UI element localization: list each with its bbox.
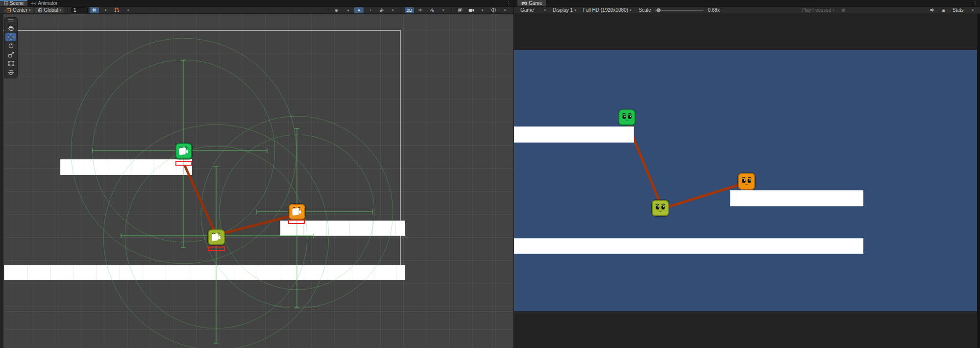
- tab-game[interactable]: Game: [517, 0, 546, 6]
- draw-mode-wireframe-button[interactable]: ◑: [343, 7, 352, 13]
- snap-toggle-caret[interactable]: ▾: [123, 7, 133, 13]
- tools-overlay[interactable]: [4, 17, 18, 78]
- effects-toggle-button[interactable]: [427, 7, 437, 13]
- tool-rotate[interactable]: [5, 42, 16, 50]
- joint-anchor-gizmo: [175, 161, 192, 166]
- rect-tool-icon: [8, 60, 14, 67]
- character-olive: [652, 200, 669, 216]
- caret-icon: ▾: [482, 8, 484, 12]
- scene-toolbar: Center ▾ Global ▾ 1 ▾ ▾ ⊕ ◑ ● ◔: [0, 7, 514, 14]
- 2d-mode-button[interactable]: 2D: [405, 7, 414, 13]
- gizmos-dropdown[interactable]: ▾: [968, 7, 976, 13]
- hidden-objects-button[interactable]: [455, 7, 465, 13]
- audio-mute-button[interactable]: [416, 7, 425, 13]
- scene-camera-button[interactable]: [466, 7, 476, 13]
- draw-mode-unlit-button[interactable]: ◔: [366, 7, 375, 13]
- tool-handle-rotation-dropdown[interactable]: Global ▾: [35, 7, 64, 13]
- separator: [401, 8, 401, 13]
- camera-frame-gizmo: [3, 14, 514, 348]
- grid-snap-size-input[interactable]: 1: [71, 7, 88, 13]
- tab-scene[interactable]: Scene: [0, 0, 27, 6]
- gizmos-settings-caret[interactable]: ▾: [500, 7, 510, 13]
- scale-slider[interactable]: [655, 10, 704, 11]
- scale-slider-handle[interactable]: [657, 8, 661, 12]
- camera-gizmo-icon: [290, 205, 304, 219]
- caret-icon: ▾: [392, 8, 394, 12]
- globe-icon: [38, 8, 43, 13]
- tab-animator-label: Animator: [38, 0, 57, 6]
- scale-icon: [8, 51, 14, 58]
- speaker-icon: [930, 8, 935, 12]
- game-audio-button[interactable]: [928, 7, 937, 13]
- tool-view-hand[interactable]: [5, 24, 16, 32]
- star-burst-icon: [379, 8, 384, 13]
- rotate-icon: [8, 43, 14, 49]
- tool-move[interactable]: [5, 33, 16, 41]
- tool-transform[interactable]: [5, 68, 16, 76]
- game-mode-dropdown[interactable]: Game ▾: [518, 7, 548, 13]
- tool-rect[interactable]: [5, 59, 16, 68]
- shaded-wireframe-mode-icon: ●: [358, 8, 360, 13]
- effects-caret[interactable]: ▾: [439, 7, 448, 13]
- overlay-drag-handle[interactable]: [8, 19, 14, 22]
- scene-panel-menu-icon[interactable]: ⋮: [506, 0, 511, 6]
- character-orange[interactable]: [289, 204, 305, 220]
- platform: [514, 126, 634, 143]
- stats-button[interactable]: Stats: [950, 7, 966, 13]
- caret-icon: ▾: [833, 8, 834, 12]
- tool-handle-position-dropdown[interactable]: Center ▾: [4, 7, 33, 13]
- tab-scene-label: Scene: [10, 0, 24, 6]
- caret-icon: ▾: [504, 8, 506, 12]
- lighting-toggle-button[interactable]: [377, 7, 386, 13]
- gizmo-sphere-icon: [491, 7, 496, 13]
- character-olive[interactable]: [208, 229, 225, 245]
- platform[interactable]: [60, 159, 192, 175]
- lighting-caret[interactable]: ▾: [388, 7, 397, 13]
- scene-viewport[interactable]: [0, 14, 514, 348]
- game-panel: Game ⋮ Game ▾ Display 1 ▾ Full HD (1920x…: [514, 0, 980, 348]
- game-tabstrip: Game ⋮: [514, 0, 980, 7]
- scene-grid-canvas[interactable]: [3, 14, 514, 348]
- caret-icon: ▾: [59, 8, 61, 12]
- wireframe-mode-icon: ◑: [346, 8, 349, 13]
- major-gridline: [492, 14, 493, 348]
- eye-slash-icon: [457, 8, 463, 12]
- caret-icon: ▾: [127, 8, 129, 12]
- major-gridline: [35, 14, 35, 348]
- character-face: [619, 110, 635, 124]
- unity-editor-window: Scene Animator ⋮ Center ▾ Global ▾ 1: [0, 0, 980, 348]
- scene-camera-caret[interactable]: ▾: [478, 7, 487, 13]
- transform-icon: [8, 69, 14, 75]
- caret-icon: ▾: [29, 8, 31, 12]
- capture-button[interactable]: [839, 7, 848, 13]
- game-mode-label: Game: [520, 7, 534, 13]
- display-label: Display 1: [553, 7, 573, 13]
- grid-visibility-caret[interactable]: ▾: [101, 7, 110, 13]
- play-focused-dropdown[interactable]: Play Focused ▾: [799, 7, 837, 13]
- joint-anchor-gizmo: [288, 220, 305, 224]
- display-dropdown[interactable]: Display 1 ▾: [550, 7, 579, 13]
- draw-mode-shaded-wireframe-button[interactable]: ●: [354, 7, 364, 13]
- platform[interactable]: [4, 265, 405, 280]
- snap-toggle-button[interactable]: [112, 7, 122, 13]
- animator-icon: [31, 1, 36, 5]
- draw-mode-shaded-button[interactable]: ⊕: [332, 7, 341, 13]
- grid-visibility-button[interactable]: [90, 7, 99, 13]
- effects-star-icon: [430, 8, 435, 13]
- tool-scale[interactable]: [5, 50, 16, 59]
- shaded-mode-icon: ⊕: [335, 8, 339, 13]
- gizmo-layer: [3, 14, 514, 348]
- tab-animator[interactable]: Animator: [27, 0, 61, 6]
- game-panel-menu-icon[interactable]: ⋮: [973, 0, 978, 6]
- separator: [328, 8, 328, 13]
- separator: [67, 8, 68, 13]
- character-green[interactable]: [175, 143, 192, 159]
- gizmos-settings-button[interactable]: [489, 7, 498, 13]
- vsync-button[interactable]: ⊞: [939, 7, 948, 13]
- handle-position-label: Center: [13, 7, 27, 13]
- caret-icon: ▾: [574, 8, 576, 12]
- character-face: [739, 174, 754, 189]
- caret-icon: ▾: [972, 8, 974, 12]
- resolution-dropdown[interactable]: Full HD (1920x1080) ▾: [581, 7, 634, 13]
- magnet-icon: [114, 7, 119, 13]
